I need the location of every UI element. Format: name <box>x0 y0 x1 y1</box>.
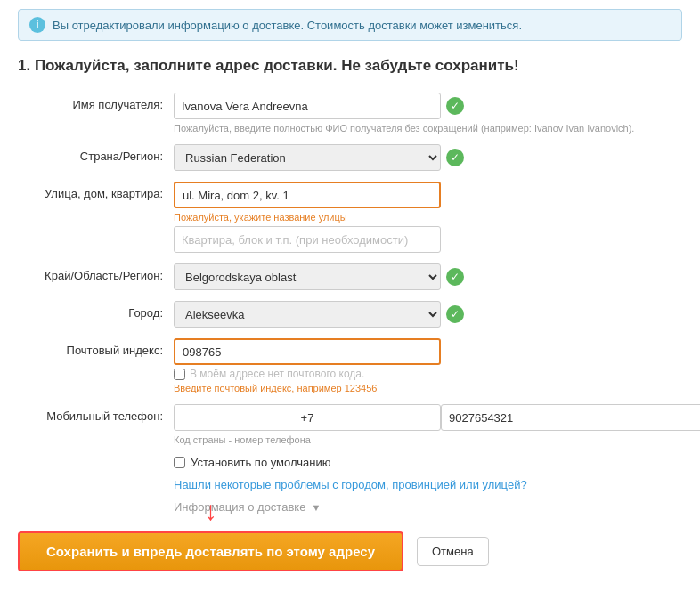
region-select[interactable]: Belgorodskaya oblast <box>174 263 441 290</box>
city-label: Город: <box>18 301 174 320</box>
phone-content: ✓ Код страны - номер телефона <box>174 404 700 445</box>
city-field-row: Alekseevka ✓ <box>174 301 682 328</box>
country-field-row: Russian Federation ✓ <box>174 144 682 171</box>
postal-no-code-label: В моём адресе нет почтового кода. <box>190 368 364 380</box>
recipient-content: ✓ Пожалуйста, введите полностью ФИО полу… <box>174 93 682 134</box>
region-content: Belgorodskaya oblast ✓ <box>174 263 682 290</box>
info-banner: i Вы отредактировали информацию о достав… <box>18 9 682 41</box>
country-select[interactable]: Russian Federation <box>174 144 441 171</box>
country-row: Страна/Регион: Russian Federation ✓ <box>18 144 682 171</box>
region-label: Край/Область/Регион: <box>18 263 174 282</box>
delivery-info-row[interactable]: Информация о доставке ▼ <box>174 500 682 514</box>
recipient-hint: Пожалуйста, введите полностью ФИО получа… <box>174 123 682 134</box>
postal-error: Введите почтовый индекс, например 123456 <box>174 383 682 393</box>
country-check-icon: ✓ <box>446 149 464 166</box>
page-title: 1. Пожалуйста, заполните адрес доставки.… <box>18 57 682 75</box>
postal-row: Почтовый индекс: В моём адресе нет почто… <box>18 338 682 393</box>
street-row: Улица, дом, квартира: Пожалуйста, укажит… <box>18 182 682 253</box>
phone-number-input[interactable] <box>441 404 700 431</box>
country-label: Страна/Регион: <box>18 144 174 163</box>
street-content: Пожалуйста, укажите название улицы <box>174 182 682 253</box>
postal-label: Почтовый индекс: <box>18 338 174 357</box>
arrow-indicator: ↓ <box>204 496 217 526</box>
postal-no-code-row: В моём адресе нет почтового кода. <box>174 368 682 380</box>
problem-link[interactable]: Нашли некоторые проблемы с городом, пров… <box>174 478 682 491</box>
info-banner-text: Вы отредактировали информацию о доставке… <box>53 19 522 32</box>
phone-label: Мобильный телефон: <box>18 404 174 423</box>
phone-hint: Код страны - номер телефона <box>174 434 700 445</box>
street-error: Пожалуйста, укажите название улицы <box>174 212 682 223</box>
region-field-row: Belgorodskaya oblast ✓ <box>174 263 682 290</box>
street-input[interactable] <box>174 182 441 208</box>
phone-field-row: ✓ <box>174 404 700 431</box>
recipient-row: Имя получателя: ✓ Пожалуйста, введите по… <box>18 93 682 134</box>
phone-prefix-input[interactable] <box>174 404 441 431</box>
recipient-check-icon: ✓ <box>446 97 464 115</box>
default-checkbox[interactable] <box>174 457 185 468</box>
phone-row: Мобильный телефон: ✓ Код страны - номер … <box>18 404 682 445</box>
phone-inputs <box>174 404 700 431</box>
city-content: Alekseevka ✓ <box>174 301 682 328</box>
delivery-info-label: Информация о доставке <box>174 500 305 514</box>
postal-input[interactable] <box>174 338 441 365</box>
street-input2[interactable] <box>174 226 441 253</box>
region-check-icon: ✓ <box>446 268 464 286</box>
region-row: Край/Область/Регион: Belgorodskaya oblas… <box>18 263 682 290</box>
chevron-down-icon: ▼ <box>311 502 321 513</box>
recipient-input[interactable] <box>174 93 441 119</box>
save-button[interactable]: Сохранить и впредь доставлять по этому а… <box>18 531 403 571</box>
country-content: Russian Federation ✓ <box>174 144 682 171</box>
street-label: Улица, дом, квартира: <box>18 182 174 200</box>
city-check-icon: ✓ <box>446 305 464 323</box>
city-row: Город: Alekseevka ✓ <box>18 301 682 328</box>
default-address-row: Установить по умолчанию <box>174 456 682 469</box>
postal-content: В моём адресе нет почтового кода. Введит… <box>174 338 682 393</box>
recipient-label: Имя получателя: <box>18 93 174 111</box>
info-icon: i <box>29 17 45 33</box>
default-label: Установить по умолчанию <box>191 456 330 469</box>
bottom-section: ↓ Сохранить и впредь доставлять по этому… <box>18 531 682 571</box>
city-select[interactable]: Alekseevka <box>174 301 441 328</box>
recipient-field-row: ✓ <box>174 93 682 119</box>
postal-no-code-checkbox[interactable] <box>174 369 185 380</box>
delivery-form: Имя получателя: ✓ Пожалуйста, введите по… <box>18 93 682 445</box>
cancel-button[interactable]: Отмена <box>417 537 489 566</box>
save-button-wrapper: ↓ Сохранить и впредь доставлять по этому… <box>18 531 403 571</box>
